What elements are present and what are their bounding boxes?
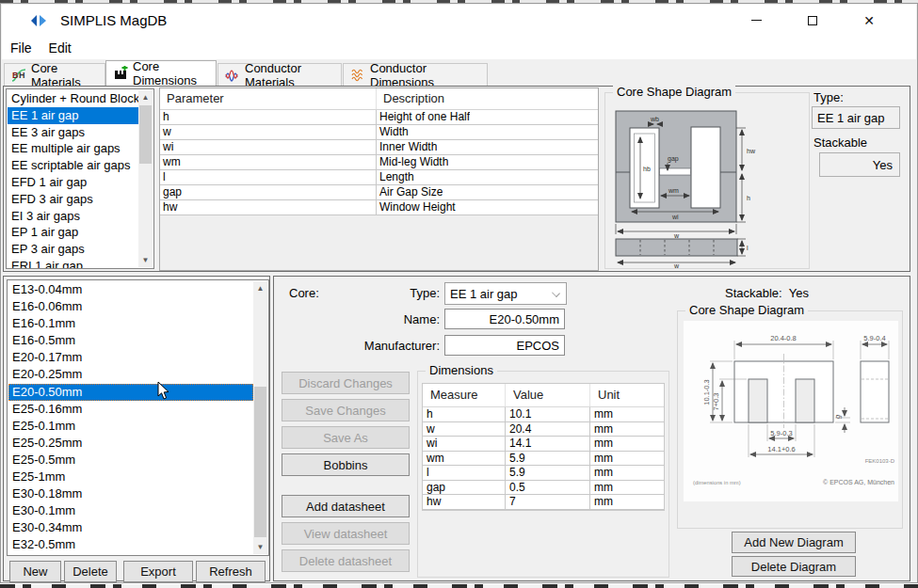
table-row[interactable]: lLength bbox=[160, 170, 598, 185]
list-item[interactable]: E30-0.1mm bbox=[8, 502, 253, 519]
list-item[interactable]: E30-0.18mm bbox=[8, 485, 253, 502]
scroll-up-icon[interactable]: ▲ bbox=[253, 281, 267, 295]
list-item[interactable]: E13-0.04mm bbox=[8, 281, 253, 298]
new-button[interactable]: New bbox=[9, 561, 61, 582]
cell: l bbox=[160, 170, 377, 184]
column-header[interactable]: Measure bbox=[423, 384, 506, 406]
export-button[interactable]: Export bbox=[123, 561, 193, 582]
tab-bar: B H Core Materials Core Dimensions Con bbox=[2, 59, 916, 86]
table-row[interactable]: h10.1mm bbox=[423, 407, 664, 422]
tab-conductor-dimensions[interactable]: Conductor Dimensions bbox=[343, 63, 488, 86]
list-item[interactable]: E20-0.25mm bbox=[8, 366, 253, 383]
column-header[interactable]: Value bbox=[506, 384, 590, 406]
dim-label-w2: w bbox=[673, 262, 680, 268]
delete-diagram-button[interactable]: Delete Diagram bbox=[732, 556, 856, 577]
list-item[interactable]: E20-0.17mm bbox=[8, 349, 253, 366]
type-dropdown[interactable]: EE 1 air gap bbox=[444, 282, 567, 305]
view-datasheet-button: View datasheet bbox=[282, 522, 410, 545]
list-item[interactable]: ERI 1 air gap bbox=[8, 258, 138, 268]
list-item[interactable]: E16-0.06mm bbox=[8, 298, 253, 315]
list-item[interactable]: E16-0.5mm bbox=[8, 332, 253, 349]
name-field-label: Name: bbox=[364, 310, 440, 329]
list-item[interactable]: EE multiple air gaps bbox=[8, 140, 138, 157]
cell: gap bbox=[423, 481, 506, 495]
name-input[interactable]: E20-0.50mm bbox=[444, 309, 565, 329]
scroll-down-icon[interactable]: ▼ bbox=[253, 540, 267, 554]
window-title: SIMPLIS MagDB bbox=[60, 12, 167, 28]
list-item[interactable]: E25-0.16mm bbox=[8, 401, 253, 418]
list-item-selected[interactable]: E20-0.50mm bbox=[8, 384, 253, 401]
maximize-button[interactable] bbox=[791, 5, 834, 36]
tab-label: Conductor Materials bbox=[245, 61, 334, 89]
table-row[interactable]: w20.4mm bbox=[423, 422, 664, 437]
column-header[interactable]: Unit bbox=[590, 384, 664, 406]
screen: SIMPLIS MagDB ✕ File Edit B H Core Mater… bbox=[0, 0, 918, 588]
list-item[interactable]: EP 1 air gap bbox=[8, 224, 138, 241]
dim-window-height: 7+0.3 bbox=[712, 393, 720, 411]
column-header[interactable]: Parameter bbox=[160, 88, 377, 109]
table-row[interactable]: l5.9mm bbox=[423, 466, 664, 481]
bobbins-button[interactable]: Bobbins bbox=[282, 453, 410, 476]
tab-core-materials[interactable]: B H Core Materials bbox=[4, 63, 105, 86]
scroll-thumb[interactable] bbox=[254, 387, 266, 537]
table-row[interactable]: wiInner Width bbox=[160, 140, 598, 155]
list-item[interactable]: E25-1mm bbox=[8, 469, 253, 485]
add-datasheet-button[interactable]: Add datasheet bbox=[282, 495, 410, 517]
list-item[interactable]: EFD 3 air gaps bbox=[8, 191, 138, 208]
table-row[interactable]: wi14.1mm bbox=[423, 437, 664, 452]
cell: 10.1 bbox=[506, 407, 590, 421]
core-shape-icon bbox=[113, 66, 128, 81]
tab-core-dimensions[interactable]: Core Dimensions bbox=[105, 60, 217, 86]
list-item[interactable]: EE 3 air gaps bbox=[8, 124, 138, 141]
tab-conductor-materials[interactable]: Conductor Materials bbox=[217, 63, 342, 86]
dim-label-gap: gap bbox=[668, 155, 679, 163]
list-item[interactable]: E25-0.5mm bbox=[8, 452, 253, 469]
list-item-selected[interactable]: EE 1 air gap bbox=[8, 107, 138, 124]
menu-file[interactable]: File bbox=[2, 39, 40, 57]
table-row[interactable]: hw7mm bbox=[423, 495, 664, 510]
close-icon: ✕ bbox=[863, 14, 875, 27]
refresh-button[interactable]: Refresh bbox=[196, 561, 266, 582]
list-item[interactable]: E32-1mm bbox=[8, 554, 253, 556]
cell: h bbox=[160, 110, 377, 124]
list-item[interactable]: EP 3 air gaps bbox=[8, 241, 138, 258]
app-icon bbox=[30, 14, 47, 27]
list-item[interactable]: E30-0.34mm bbox=[8, 519, 253, 536]
table-row[interactable]: hwWindow Height bbox=[160, 200, 598, 215]
table-row[interactable]: gapAir Gap Size bbox=[160, 185, 598, 200]
scrollbar[interactable]: ▲ ▼ bbox=[138, 90, 153, 267]
table-row[interactable]: wWidth bbox=[160, 125, 598, 140]
list-item[interactable]: E16-0.1mm bbox=[8, 315, 253, 332]
table-row[interactable]: gap0.5mm bbox=[423, 481, 664, 496]
cell: wi bbox=[423, 437, 506, 451]
minimize-icon bbox=[751, 20, 762, 21]
list-item[interactable]: EI 3 air gaps bbox=[8, 208, 138, 225]
core-list: E13-0.04mm E16-0.06mm E16-0.1mm E16-0.5m… bbox=[8, 281, 253, 555]
list-item[interactable]: EE scriptable air gaps bbox=[8, 157, 138, 174]
menu-edit[interactable]: Edit bbox=[40, 39, 80, 57]
shape-type-listbox[interactable]: Cylinder + Round Block EE 1 air gap EE 3… bbox=[6, 88, 154, 269]
scrollbar[interactable]: ▲ ▼ bbox=[253, 281, 267, 554]
list-item[interactable]: EFD 1 air gap bbox=[8, 174, 138, 191]
close-button[interactable]: ✕ bbox=[847, 5, 891, 36]
add-new-diagram-button[interactable]: Add New Diagram bbox=[732, 532, 856, 553]
list-item[interactable]: E25-0.1mm bbox=[8, 418, 253, 435]
list-item[interactable]: Cylinder + Round Block bbox=[8, 90, 138, 107]
cell: 0.5 bbox=[506, 481, 590, 495]
manufacturer-field-label: Manufacturer: bbox=[336, 337, 440, 356]
column-header[interactable]: Description bbox=[377, 88, 444, 109]
scroll-thumb[interactable] bbox=[139, 105, 152, 164]
list-item[interactable]: E25-0.25mm bbox=[8, 435, 253, 452]
table-row[interactable]: wmMid-leg Width bbox=[160, 155, 598, 170]
manufacturer-input[interactable]: EPCOS bbox=[444, 335, 565, 356]
scroll-down-icon[interactable]: ▼ bbox=[138, 253, 153, 267]
minimize-button[interactable] bbox=[734, 5, 778, 36]
delete-button[interactable]: Delete bbox=[64, 561, 117, 582]
scroll-up-icon[interactable]: ▲ bbox=[138, 90, 153, 104]
table-row[interactable]: wm5.9mm bbox=[423, 452, 664, 467]
group-title: Dimensions bbox=[426, 363, 497, 377]
core-listbox[interactable]: E13-0.04mm E16-0.06mm E16-0.1mm E16-0.5m… bbox=[7, 279, 269, 556]
table-row[interactable]: hHeight of one Half bbox=[160, 110, 598, 125]
delete-datasheet-button: Delete datasheet bbox=[282, 549, 410, 572]
list-item[interactable]: E32-0.5mm bbox=[8, 536, 253, 553]
